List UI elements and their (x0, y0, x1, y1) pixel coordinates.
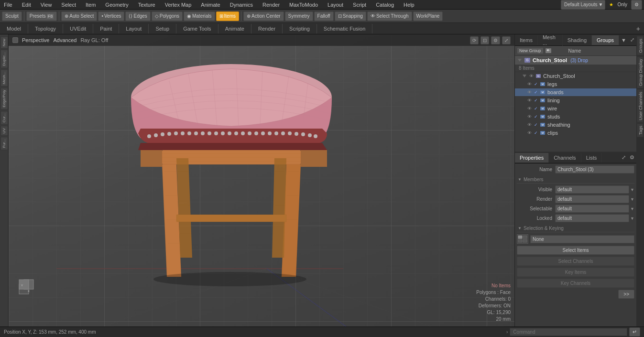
left-tab-new[interactable]: New (0, 36, 8, 49)
locked-prop-select[interactable]: default (555, 214, 629, 222)
settings-btn[interactable]: ⚙ (631, 0, 642, 10)
left-tab-fur[interactable]: Fur... (0, 137, 8, 150)
menu-catalog[interactable]: Catalog (374, 1, 396, 9)
menu-animate[interactable]: Animate (199, 1, 222, 9)
menu-render[interactable]: Render (261, 1, 282, 9)
left-tab-edge-poly[interactable]: Edge/Poly (0, 87, 8, 109)
menu-layout[interactable]: Layout (326, 1, 345, 9)
command-execute-btn[interactable]: ↵ (629, 327, 640, 337)
panel-tab-shading[interactable]: Shading (563, 35, 592, 45)
viewport-sync-btn[interactable]: ⟳ (470, 36, 479, 44)
menu-view[interactable]: View (39, 1, 54, 9)
mode-tab-topology[interactable]: Topology (28, 24, 63, 33)
menu-item[interactable]: Item (84, 1, 98, 9)
menu-maxtomodo[interactable]: MaxToModo (287, 1, 320, 9)
panel-tab-groups[interactable]: Groups (592, 35, 619, 45)
new-group-btn[interactable]: New Group (517, 47, 544, 54)
edge-tab-tags[interactable]: Tags (637, 123, 644, 137)
edge-tab-user-channels[interactable]: User Channels (637, 89, 644, 123)
vertices-btn[interactable]: • Vertices (98, 11, 124, 21)
menu-file[interactable]: File (2, 1, 14, 9)
mode-tab-layout[interactable]: Layout (119, 24, 149, 33)
tree-item-wire[interactable]: 👁 ✓ M wire (515, 105, 636, 113)
props-expand-btn[interactable]: ⤢ (620, 153, 628, 162)
chevron-render-icon: ▼ (630, 197, 634, 202)
key-channels-btn[interactable]: Key Channels (517, 279, 634, 288)
svg-point-18 (161, 132, 164, 136)
mode-tab-schematic[interactable]: Schematic Fusion (317, 24, 372, 33)
tree-item-boards[interactable]: 👁 ✓ M boards (515, 88, 636, 97)
viewport-maximize-btn[interactable]: ⤢ (502, 36, 511, 44)
presets-btn[interactable]: Presets F8 (26, 11, 57, 21)
panel-tab-more[interactable]: ▼ (619, 36, 628, 44)
falloff-btn[interactable]: Falloff (314, 11, 334, 21)
left-tab-uv[interactable]: UV (0, 126, 8, 136)
mode-tab-render[interactable]: Render (251, 24, 283, 33)
sculpt-btn[interactable]: Sculpt (2, 11, 22, 21)
viewport-menu-btn[interactable] (12, 37, 18, 43)
menu-texture[interactable]: Texture (136, 1, 157, 9)
materials-btn[interactable]: ◉ Materials (184, 11, 215, 21)
symmetry-btn[interactable]: Symmetry (285, 11, 313, 21)
edge-tab-group-display[interactable]: Group Display (637, 56, 644, 88)
visible-prop-select[interactable]: default (555, 185, 629, 194)
mode-tab-paint[interactable]: Paint (93, 24, 119, 33)
key-items-btn[interactable]: Key Items (517, 268, 634, 277)
workplane-btn[interactable]: WorkPlane (413, 11, 443, 21)
layouts-dropdown[interactable]: Default Layouts ▼ (561, 0, 605, 10)
edge-tab-groups[interactable]: Groups (637, 36, 644, 55)
mode-tab-uvedit[interactable]: UVEdit (63, 24, 93, 33)
send-btn[interactable]: >> (618, 290, 634, 299)
add-mode-tab-btn[interactable]: + (633, 23, 644, 34)
viewport-zoom-fit-btn[interactable]: ⊡ (480, 36, 489, 44)
menu-edit[interactable]: Edit (20, 1, 33, 9)
menu-vertex-map[interactable]: Vertex Map (163, 1, 194, 9)
tree-item-legs[interactable]: 👁 ✓ M legs (515, 80, 636, 88)
menu-dynamics[interactable]: Dynamics (228, 1, 255, 9)
selectable-prop-select[interactable]: default (555, 205, 629, 213)
edges-btn[interactable]: ⟨⟩ Edges (125, 11, 150, 21)
tree-item-studs[interactable]: 👁 ✓ M studs (515, 113, 636, 121)
panel-tab-items[interactable]: Items (515, 35, 538, 45)
mode-tab-model[interactable]: Model (0, 24, 28, 33)
panel-expand-btn[interactable]: ⤢ (628, 36, 636, 44)
render-prop-select[interactable]: default (555, 195, 629, 203)
name-prop-input[interactable] (555, 165, 634, 174)
left-tab-cur[interactable]: Cur... (0, 111, 8, 125)
keying-value-input[interactable] (530, 235, 634, 243)
left-tab-duplicate[interactable]: Duplic... (0, 50, 8, 68)
polygons-btn[interactable]: ◇ Polygons (152, 11, 183, 21)
menu-geometry[interactable]: Geometry (103, 1, 130, 9)
action-center-btn[interactable]: ⊕ Action Center (243, 11, 284, 21)
left-tab-mesh[interactable]: Mesh... (0, 69, 8, 87)
tree-item-clips[interactable]: 👁 ✓ M clips (515, 129, 636, 137)
mode-tab-animate[interactable]: Animate (218, 24, 251, 33)
keying-grid-square[interactable] (517, 234, 528, 244)
mode-tab-game-tools[interactable]: Game Tools (176, 24, 218, 33)
tree-label-wire: wire (547, 106, 557, 111)
props-tab-properties[interactable]: Properties (515, 153, 549, 163)
tree-item-church-stool[interactable]: 👁 G Church_Stool (515, 72, 636, 80)
mode-tab-scripting[interactable]: Scripting (283, 24, 317, 33)
tree-item-sheathing[interactable]: 👁 ✓ M sheathing (515, 121, 636, 129)
channels-info: Channels: 0 (476, 296, 511, 303)
command-input[interactable] (510, 328, 627, 336)
select-items-btn[interactable]: Select Items (517, 246, 634, 255)
props-tab-lists[interactable]: Lists (581, 153, 602, 163)
snapping-btn[interactable]: ⊡ Snapping (335, 11, 366, 21)
props-settings-btn[interactable]: ⚙ (628, 153, 636, 162)
menu-help[interactable]: Help (402, 1, 416, 9)
tree-root-row[interactable]: G Church_Stool (3) Drop (515, 56, 636, 65)
items-btn[interactable]: ⊞ Items (216, 11, 239, 21)
menu-select[interactable]: Select (59, 1, 78, 9)
select-channels-btn[interactable]: Select Channels (517, 257, 634, 266)
auto-select-btn[interactable]: ⊕ Auto Select (61, 11, 97, 21)
viewport-settings-btn[interactable]: ⚙ (491, 36, 500, 44)
props-tab-channels[interactable]: Channels (549, 153, 581, 163)
tree-item-lining[interactable]: 👁 ✓ M lining (515, 97, 636, 105)
mode-tab-setup[interactable]: Setup (149, 24, 176, 33)
panel-header-row: New Group 👁 Name (515, 46, 636, 56)
viewport-area[interactable]: Perspective Advanced Ray GL: Off ⟳ ⊡ ⚙ ⤢ (9, 34, 514, 326)
select-through-btn[interactable]: 👁 Select Through (367, 11, 412, 21)
menu-script[interactable]: Script (351, 1, 368, 9)
